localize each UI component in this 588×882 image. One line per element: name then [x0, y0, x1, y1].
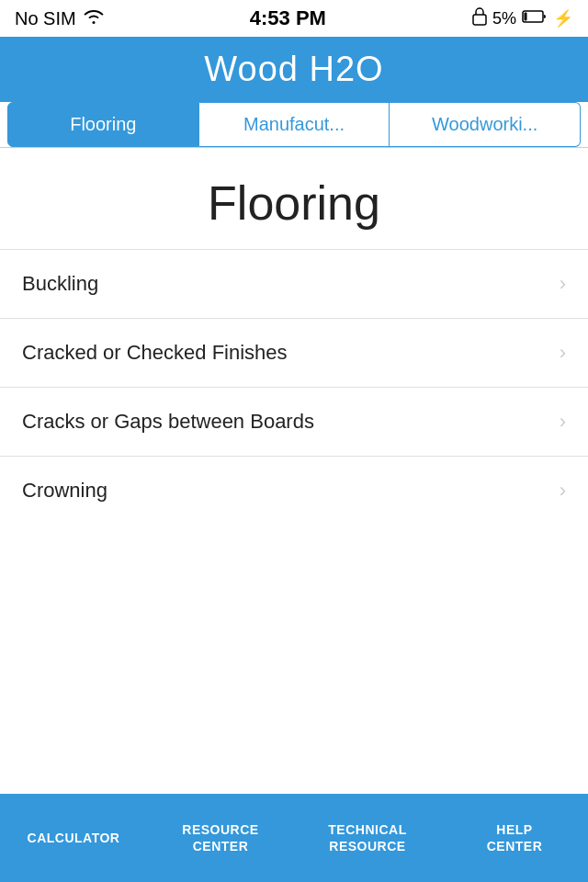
tab-flooring[interactable]: Flooring — [7, 102, 199, 147]
bottom-nav-help-center[interactable]: HELP CENTER — [441, 794, 588, 882]
battery-icon — [522, 9, 548, 28]
status-left: No SIM — [15, 8, 104, 29]
list-item-crowning[interactable]: Crowning › — [0, 457, 588, 522]
bottom-nav-calculator[interactable]: CALCULATOR — [0, 794, 147, 882]
list-item-label: Cracks or Gaps between Boards — [22, 410, 314, 434]
bottom-nav-help-center-line2: CENTER — [487, 838, 543, 854]
battery-label: 5% — [492, 9, 516, 28]
chevron-right-icon: › — [560, 410, 566, 434]
app-header: Wood H2O — [0, 37, 588, 102]
list-item-label: Cracked or Checked Finishes — [22, 341, 288, 365]
bottom-nav-resource-center-line1: RESOURCE — [182, 821, 258, 838]
wifi-icon — [84, 8, 104, 29]
tab-woodworking[interactable]: Woodworki... — [390, 102, 581, 147]
bottom-nav-technical-resource-line1: TECHNICAL — [328, 821, 406, 838]
svg-rect-2 — [524, 12, 526, 20]
bottom-nav: CALCULATOR RESOURCE CENTER TECHNICAL RES… — [0, 794, 588, 882]
bottom-nav-resource-center[interactable]: RESOURCE CENTER — [147, 794, 294, 882]
list-container: Buckling › Cracked or Checked Finishes ›… — [0, 250, 588, 522]
svg-rect-0 — [473, 15, 486, 25]
status-time: 4:53 PM — [250, 6, 326, 30]
chevron-right-icon: › — [560, 272, 566, 296]
carrier-label: No SIM — [15, 8, 76, 29]
list-item-buckling[interactable]: Buckling › — [0, 250, 588, 319]
tab-bar: Flooring Manufacut... Woodworki... — [0, 102, 588, 148]
status-right: 5% ⚡ — [472, 7, 573, 30]
status-bar: No SIM 4:53 PM 5% ⚡ — [0, 0, 588, 37]
app-title: Wood H2O — [204, 50, 383, 88]
list-item-cracks-gaps[interactable]: Cracks or Gaps between Boards › — [0, 388, 588, 457]
chevron-right-icon: › — [560, 479, 566, 503]
list-item-cracked-checked[interactable]: Cracked or Checked Finishes › — [0, 319, 588, 388]
bottom-nav-help-center-line1: HELP — [496, 821, 532, 838]
chevron-right-icon: › — [560, 341, 566, 365]
bottom-nav-calculator-label: CALCULATOR — [28, 830, 120, 846]
lock-icon — [472, 7, 487, 30]
charging-icon: ⚡ — [553, 8, 573, 28]
bottom-nav-technical-resource[interactable]: TECHNICAL RESOURCE — [294, 794, 441, 882]
list-item-label: Buckling — [22, 272, 98, 296]
page-title: Flooring — [0, 175, 588, 231]
list-item-label: Crowning — [22, 479, 107, 503]
bottom-nav-technical-resource-line2: RESOURCE — [329, 838, 405, 854]
bottom-nav-resource-center-line2: CENTER — [193, 838, 249, 854]
content-spacer — [0, 522, 588, 794]
tab-manufacturing[interactable]: Manufacut... — [199, 102, 390, 147]
page-title-container: Flooring — [0, 148, 588, 250]
